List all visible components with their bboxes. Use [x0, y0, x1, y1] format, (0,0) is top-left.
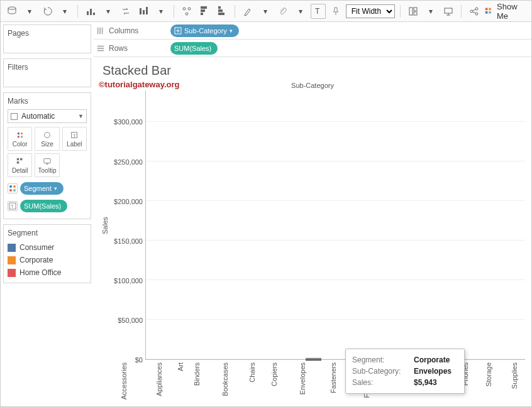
mark-tooltip-button[interactable]: Tooltip [35, 153, 59, 177]
separator [235, 5, 235, 18]
svg-rect-46 [99, 27, 101, 34]
share-icon[interactable] [467, 4, 482, 19]
svg-point-31 [21, 135, 23, 138]
mark-detail-button[interactable]: Detail [8, 153, 32, 177]
svg-point-21 [470, 10, 473, 13]
svg-rect-3 [93, 13, 95, 15]
viz-title[interactable]: Stacked Bar [100, 62, 525, 82]
filters-shelf[interactable]: Filters [3, 58, 91, 87]
legend-item[interactable]: Consumer [8, 241, 87, 254]
legend-swatch [8, 256, 16, 264]
swap-icon[interactable] [118, 4, 133, 19]
svg-point-28 [17, 132, 19, 134]
svg-text:T: T [315, 7, 320, 16]
marks-type-value: Automatic [21, 112, 55, 121]
show-me-button[interactable]: Show Me [484, 2, 528, 21]
mark-label-button[interactable]: T Label [62, 127, 87, 151]
svg-text:T: T [74, 133, 77, 138]
svg-rect-4 [140, 8, 141, 14]
svg-point-8 [188, 8, 191, 10]
chevron-down-icon[interactable]: ▾ [293, 4, 308, 19]
plus-box-icon [174, 27, 182, 35]
svg-rect-18 [414, 8, 417, 11]
svg-rect-51 [97, 50, 104, 51]
x-category-label: Appliances [138, 360, 172, 404]
x-category-label: Bookcases [204, 360, 238, 404]
color-dots-icon [8, 183, 18, 193]
svg-rect-12 [201, 6, 207, 9]
pin-icon[interactable] [328, 4, 343, 19]
separator [77, 5, 78, 18]
barchart-icon[interactable] [83, 4, 98, 19]
chevron-down-icon[interactable]: ▾ [22, 4, 37, 19]
svg-rect-6 [146, 7, 148, 14]
undo-icon[interactable] [40, 4, 55, 19]
chartdown-icon[interactable] [136, 4, 151, 19]
x-category-label: Binders [181, 360, 204, 404]
presentation-icon[interactable] [441, 4, 456, 19]
chevron-down-icon: ▼ [78, 113, 84, 119]
marks-type-select[interactable]: Automatic ▼ [8, 109, 87, 123]
rows-shelf[interactable]: Rows SUM(Sales) [94, 40, 531, 57]
svg-rect-17 [409, 8, 413, 15]
sort-desc-icon[interactable] [214, 4, 230, 19]
rows-label: Rows [109, 44, 128, 53]
svg-point-42 [13, 189, 16, 192]
x-category-label: Supplies [497, 360, 524, 404]
svg-rect-1 [87, 11, 89, 15]
y-axis-title: Sales [100, 90, 110, 360]
toolbar: ▾ ▾ ▾ ▾ ▾ ▾ T Fit Width ▾ Show Me [1, 1, 531, 22]
chevron-down-icon[interactable]: ▾ [57, 4, 72, 19]
legend-swatch [8, 244, 16, 252]
svg-rect-11 [201, 9, 205, 12]
dashboard-icon[interactable] [406, 4, 421, 19]
database-icon[interactable] [4, 4, 19, 19]
x-category-label: Fasteners [314, 360, 345, 404]
svg-rect-5 [143, 10, 145, 14]
svg-point-7 [183, 8, 186, 10]
pages-shelf[interactable]: Pages [3, 24, 91, 53]
mark-color-button[interactable]: Color [8, 127, 32, 151]
chart-plot[interactable]: $49,191$87,105$52,820$51,560$118,161$68,… [145, 90, 525, 360]
svg-point-9 [186, 13, 188, 15]
columns-shelf[interactable]: Columns Sub-Category ▾ [94, 22, 531, 40]
side-panel: Pages Filters Marks Automatic ▼ Color Si… [1, 22, 94, 406]
legend-item[interactable]: Home Office [8, 266, 87, 279]
mark-pill-sumsales[interactable]: T SUM(Sales) [8, 198, 67, 214]
svg-rect-10 [201, 13, 203, 15]
separator [400, 5, 401, 18]
legend-item[interactable]: Corporate [8, 254, 87, 266]
svg-rect-24 [485, 8, 487, 10]
x-category-label: Storage [473, 360, 497, 404]
sort-asc-icon[interactable] [197, 4, 212, 19]
rows-pill-sumsales[interactable]: SUM(Sales) [170, 42, 218, 55]
svg-rect-26 [485, 11, 487, 14]
svg-rect-36 [20, 158, 23, 160]
svg-rect-27 [489, 11, 491, 14]
chevron-down-icon[interactable]: ▾ [153, 4, 169, 19]
automatic-icon [11, 113, 18, 120]
group-icon[interactable] [179, 4, 194, 19]
rows-icon [96, 44, 105, 53]
x-category-label: Tables [524, 360, 532, 404]
chevron-down-icon[interactable]: ▾ [258, 4, 273, 19]
fit-select[interactable]: Fit Width [346, 4, 395, 18]
highlight-icon[interactable] [240, 4, 255, 19]
mark-size-button[interactable]: Size [35, 127, 59, 151]
svg-point-41 [9, 189, 12, 192]
tooltip: Segment:Corporate Sub-Category:Envelopes… [345, 349, 465, 394]
svg-rect-47 [102, 27, 103, 34]
svg-rect-45 [97, 27, 99, 34]
columns-pill-subcategory[interactable]: Sub-Category ▾ [170, 24, 239, 37]
attach-icon[interactable] [275, 4, 291, 19]
chevron-down-icon[interactable]: ▾ [423, 4, 438, 19]
mark-pill-segment[interactable]: Segment ▾ [8, 181, 64, 196]
label-box-icon: T [8, 201, 18, 211]
viz-panel: Columns Sub-Category ▾ Rows SUM(Sales) S… [94, 22, 531, 406]
chevron-down-icon[interactable]: ▾ [101, 4, 116, 19]
svg-rect-35 [16, 158, 19, 160]
marks-label: Marks [8, 97, 87, 106]
svg-point-32 [45, 132, 50, 138]
label-toggle-icon[interactable]: T [311, 4, 326, 19]
x-category-label: Copiers [258, 360, 282, 404]
